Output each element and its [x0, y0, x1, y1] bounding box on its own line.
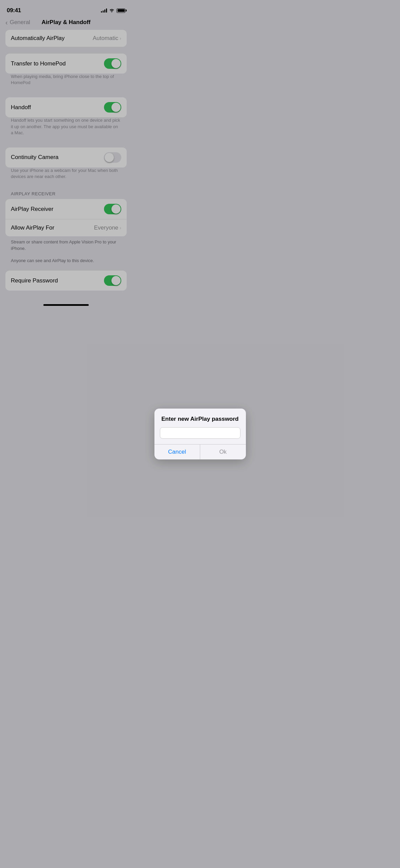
dialog-overlay: Enter new AirPlay password Cancel Ok [0, 0, 132, 309]
